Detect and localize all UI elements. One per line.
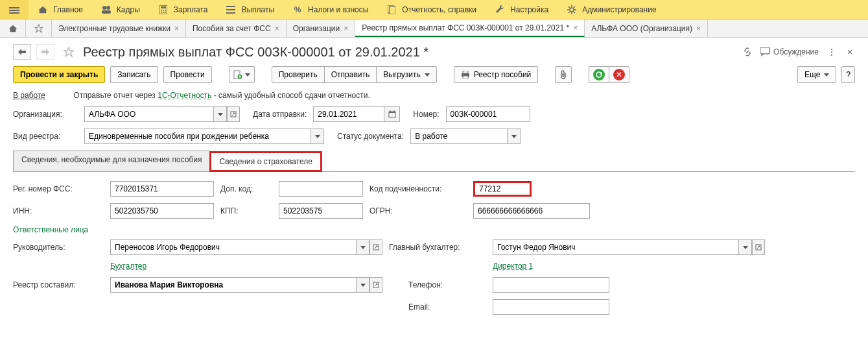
forward-button[interactable] [36, 44, 54, 60]
open-button[interactable] [227, 106, 240, 122]
export-button[interactable]: Выгрузить [376, 66, 437, 83]
open-button[interactable] [369, 277, 382, 293]
home-tab[interactable] [0, 19, 26, 37]
status-input[interactable] [410, 129, 508, 144]
attach-button[interactable] [555, 66, 572, 83]
menu-settings[interactable]: Настройка [486, 0, 557, 19]
close-icon[interactable]: × [174, 24, 179, 33]
addcode-input[interactable] [279, 181, 363, 197]
list-icon [226, 5, 236, 15]
head-input[interactable] [110, 239, 357, 255]
subord-input[interactable] [473, 181, 532, 197]
email-label: Email: [389, 302, 486, 312]
save-button[interactable]: Записать [110, 66, 158, 83]
star-icon[interactable] [64, 47, 74, 57]
link-icon[interactable] [742, 47, 753, 57]
reg-input[interactable] [110, 181, 214, 197]
people-icon [101, 5, 111, 15]
post-close-button[interactable]: Провести и закрыть [13, 66, 105, 83]
arrow-left-icon [18, 49, 26, 55]
burger-menu[interactable] [0, 0, 29, 19]
dropdown-button[interactable] [357, 277, 369, 293]
close-icon[interactable]: × [573, 23, 578, 32]
dropdown-button[interactable] [214, 106, 227, 122]
close-icon[interactable]: × [696, 24, 701, 33]
more-button[interactable]: Еще [797, 66, 836, 83]
compiled-input[interactable] [110, 277, 357, 293]
accountant-link[interactable]: Бухгалтер [110, 262, 382, 271]
back-button[interactable] [13, 44, 31, 60]
info-link[interactable]: 1С-Отчетность [158, 91, 211, 100]
chevron-down-icon [360, 284, 366, 287]
svg-marker-1 [39, 6, 47, 9]
check-button[interactable]: Проверить [272, 66, 325, 83]
menu-label: Администрирование [582, 5, 656, 14]
org-input[interactable] [84, 106, 214, 122]
menu-payments[interactable]: Выплаты [217, 0, 283, 19]
tab-item[interactable]: Организации × [287, 19, 356, 37]
send-date-input[interactable] [313, 106, 384, 122]
chevron-down-icon [824, 73, 829, 77]
open-icon [230, 111, 237, 117]
ogrn-input[interactable] [473, 203, 590, 219]
menu-label: Налоги и взносы [308, 5, 368, 14]
menu-label: Главное [53, 5, 83, 14]
phone-input[interactable] [493, 277, 609, 293]
svg-rect-6 [161, 6, 166, 8]
page-title: Реестр прямых выплат ФСС 00ЗК-000001 от … [83, 45, 428, 60]
dropdown-button[interactable] [357, 239, 369, 255]
registry-button[interactable]: Реестр пособий [454, 66, 539, 83]
post-button[interactable]: Провести [163, 66, 212, 83]
number-input[interactable] [446, 106, 530, 122]
help-button[interactable]: ? [841, 66, 855, 83]
ogrn-label: ОГРН: [369, 206, 467, 215]
status-link[interactable]: В работе [13, 91, 45, 100]
close-icon[interactable]: × [344, 24, 348, 33]
close-icon[interactable]: × [845, 47, 855, 57]
subord-label: Код подчиненности: [369, 184, 467, 193]
send-button[interactable]: Отправить [324, 66, 377, 83]
favorites-tab[interactable] [26, 19, 52, 37]
discussion-label: Обсуждение [773, 47, 819, 56]
dropdown-button[interactable] [739, 239, 752, 255]
director-link[interactable]: Директор 1 [493, 262, 765, 271]
svg-rect-13 [226, 6, 235, 7]
subtab-assignment[interactable]: Сведения, необходимые для назначения пос… [13, 151, 210, 171]
inn-input[interactable] [110, 203, 214, 219]
inn-label: ИНН: [13, 206, 104, 215]
kebab-icon[interactable]: ⋮ [827, 47, 837, 57]
tab-item[interactable]: Реестр прямых выплат ФСС 00ЗК-000001 от … [355, 19, 585, 37]
menu-admin[interactable]: Администрирование [557, 0, 665, 19]
menu-taxes[interactable]: % Налоги и взносы [283, 0, 377, 19]
subtab-insurer[interactable]: Сведения о страхователе [209, 151, 322, 172]
title-bar: Реестр прямых выплат ФСС 00ЗК-000001 от … [0, 38, 868, 64]
calendar-button[interactable] [384, 106, 400, 122]
home-icon [38, 5, 48, 15]
discussion-button[interactable]: Обсуждение [760, 47, 819, 56]
chevron-down-icon [218, 113, 223, 116]
registry-type-input[interactable] [84, 129, 311, 144]
star-icon [34, 24, 43, 33]
open-icon [373, 282, 379, 288]
tab-item[interactable]: Электронные трудовые книжки × [52, 19, 186, 37]
tab-item[interactable]: АЛЬФА ООО (Организация) × [585, 19, 708, 37]
refresh-button[interactable] [589, 66, 609, 83]
svg-point-12 [165, 12, 166, 13]
create-based-button[interactable] [229, 66, 255, 83]
reg-label: Рег. номер ФСС: [13, 184, 104, 193]
dropdown-button[interactable] [508, 129, 521, 144]
chief-acc-input[interactable] [493, 239, 739, 255]
dropdown-button[interactable] [311, 129, 324, 144]
open-button[interactable] [752, 239, 765, 255]
menu-reports[interactable]: Отчетность, справки [377, 0, 486, 19]
menu-personnel[interactable]: Кадры [92, 0, 149, 19]
kpp-input[interactable] [279, 203, 363, 219]
close-icon[interactable]: × [275, 24, 279, 33]
email-input[interactable] [493, 299, 609, 315]
svg-point-7 [161, 10, 162, 11]
menu-main[interactable]: Главное [29, 0, 92, 19]
open-button[interactable] [369, 239, 382, 255]
tab-item[interactable]: Пособия за счет ФСС × [186, 19, 287, 37]
cancel-button[interactable]: ✕ [609, 66, 629, 83]
menu-salary[interactable]: Зарплата [149, 0, 217, 19]
